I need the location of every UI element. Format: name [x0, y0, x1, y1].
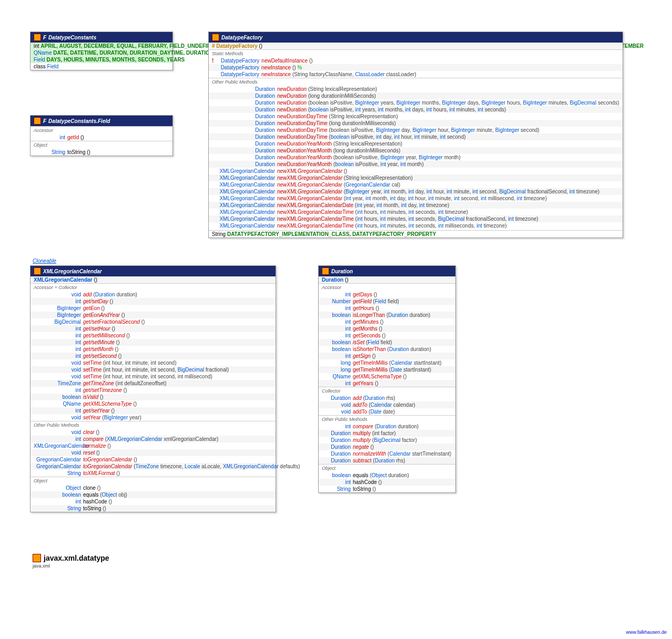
method-list: !DatatypeFactorynewDefaultInstance ()Dat…: [209, 57, 623, 78]
class-icon: [34, 267, 41, 275]
const-row: int APRIL, AUGUST, DECEMBER, EQUAL, FEBR…: [30, 43, 172, 49]
class-box-datatypefactory: DatatypeFactory # DatatypeFactory () Sta…: [208, 32, 623, 238]
section-label: Accessor: [30, 126, 172, 134]
class-icon: [34, 117, 41, 125]
class-title: FDatatypeConstants: [30, 32, 172, 43]
class-box-field: FDatatypeConstants.Field Accessor intget…: [30, 115, 173, 156]
class-title: Duration: [319, 266, 455, 276]
class-icon: [212, 34, 219, 41]
class-icon: [34, 34, 41, 41]
class-title: FDatatypeConstants.Field: [30, 116, 172, 126]
class-box-duration: Duration Duration () Accessor intgetDays…: [318, 265, 456, 493]
class-icon: [322, 267, 329, 275]
method-list: DurationnewDuration (String lexicalRepre…: [209, 86, 623, 229]
class-title: XMLGregorianCalendar: [30, 266, 276, 276]
package-label: javax.xml.datatype: [33, 554, 109, 562]
class-title: DatatypeFactory: [209, 32, 623, 43]
module-label: java.xml: [33, 563, 50, 569]
class-box-datatypeconstants: FDatatypeConstants int APRIL, AUGUST, DE…: [30, 32, 173, 70]
class-box-xmlgregoriancalendar: XMLGregorianCalendar XMLGregorianCalenda…: [30, 265, 276, 512]
package-icon: [33, 554, 41, 562]
cloneable-link[interactable]: Cloneable: [33, 258, 56, 264]
brand-link[interactable]: www.falkhausen.de: [626, 630, 667, 635]
